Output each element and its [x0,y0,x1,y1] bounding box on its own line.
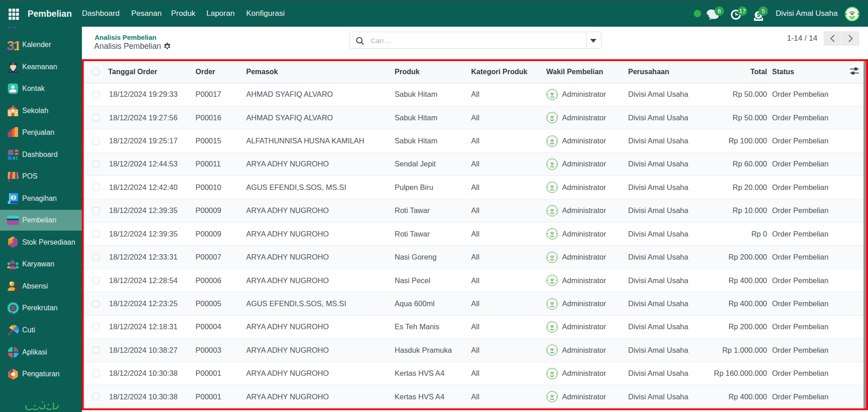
svg-text:$: $ [12,195,15,200]
svg-text:1: 1 [14,39,19,51]
